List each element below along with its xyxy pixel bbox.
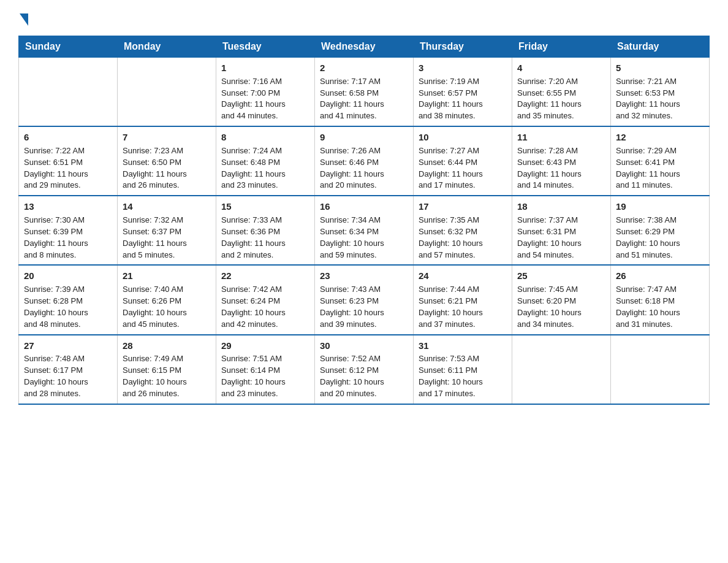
calendar-cell: 19Sunrise: 7:38 AMSunset: 6:29 PMDayligh… [611, 196, 710, 265]
calendar-week-row: 1Sunrise: 7:16 AMSunset: 7:00 PMDaylight… [19, 58, 710, 127]
calendar-table: SundayMondayTuesdayWednesdayThursdayFrid… [18, 36, 710, 405]
calendar-week-row: 27Sunrise: 7:48 AMSunset: 6:17 PMDayligh… [19, 335, 710, 404]
calendar-cell: 17Sunrise: 7:35 AMSunset: 6:32 PMDayligh… [414, 196, 512, 265]
calendar-cell: 5Sunrise: 7:21 AMSunset: 6:53 PMDaylight… [611, 58, 710, 127]
day-number: 21 [123, 269, 211, 283]
calendar-cell: 15Sunrise: 7:33 AMSunset: 6:36 PMDayligh… [216, 196, 315, 265]
day-info: Sunrise: 7:27 AMSunset: 6:44 PMDaylight:… [419, 145, 507, 191]
day-header-tuesday: Tuesday [216, 36, 315, 58]
day-number: 19 [616, 200, 704, 213]
day-number: 30 [320, 339, 408, 353]
page-header [18, 12, 710, 25]
day-number: 6 [24, 131, 112, 144]
day-number: 3 [419, 61, 507, 75]
day-info: Sunrise: 7:52 AMSunset: 6:12 PMDaylight:… [320, 353, 408, 399]
day-info: Sunrise: 7:42 AMSunset: 6:24 PMDaylight:… [221, 284, 309, 330]
day-number: 5 [616, 61, 704, 75]
day-number: 31 [419, 339, 507, 353]
day-number: 28 [123, 339, 211, 353]
logo [18, 12, 29, 25]
day-info: Sunrise: 7:37 AMSunset: 6:31 PMDaylight:… [517, 215, 605, 261]
day-number: 16 [320, 200, 408, 213]
day-info: Sunrise: 7:24 AMSunset: 6:48 PMDaylight:… [221, 145, 309, 191]
calendar-cell: 6Sunrise: 7:22 AMSunset: 6:51 PMDaylight… [19, 126, 118, 196]
day-number: 25 [517, 269, 605, 283]
day-number: 1 [221, 61, 309, 75]
day-number: 18 [517, 200, 605, 213]
day-info: Sunrise: 7:34 AMSunset: 6:34 PMDaylight:… [320, 215, 408, 261]
day-info: Sunrise: 7:35 AMSunset: 6:32 PMDaylight:… [419, 215, 507, 261]
calendar-cell: 9Sunrise: 7:26 AMSunset: 6:46 PMDaylight… [315, 126, 414, 196]
day-number: 9 [320, 131, 408, 144]
day-number: 17 [419, 200, 507, 213]
calendar-cell: 11Sunrise: 7:28 AMSunset: 6:43 PMDayligh… [512, 126, 611, 196]
calendar-header-row: SundayMondayTuesdayWednesdayThursdayFrid… [19, 36, 710, 58]
day-info: Sunrise: 7:17 AMSunset: 6:58 PMDaylight:… [320, 76, 408, 122]
day-header-sunday: Sunday [19, 36, 118, 58]
calendar-cell: 26Sunrise: 7:47 AMSunset: 6:18 PMDayligh… [611, 265, 710, 334]
calendar-cell: 23Sunrise: 7:43 AMSunset: 6:23 PMDayligh… [315, 265, 414, 334]
calendar-cell: 2Sunrise: 7:17 AMSunset: 6:58 PMDaylight… [315, 58, 414, 127]
logo-area [18, 12, 29, 25]
calendar-cell: 31Sunrise: 7:53 AMSunset: 6:11 PMDayligh… [414, 335, 512, 404]
day-info: Sunrise: 7:30 AMSunset: 6:39 PMDaylight:… [24, 215, 112, 261]
day-number: 15 [221, 200, 309, 213]
calendar-cell: 25Sunrise: 7:45 AMSunset: 6:20 PMDayligh… [512, 265, 611, 334]
calendar-cell: 7Sunrise: 7:23 AMSunset: 6:50 PMDaylight… [118, 126, 216, 196]
day-number: 27 [24, 339, 112, 353]
day-info: Sunrise: 7:16 AMSunset: 7:00 PMDaylight:… [221, 76, 309, 122]
day-info: Sunrise: 7:53 AMSunset: 6:11 PMDaylight:… [419, 353, 507, 399]
day-number: 4 [517, 61, 605, 75]
calendar-cell: 28Sunrise: 7:49 AMSunset: 6:15 PMDayligh… [118, 335, 216, 404]
day-info: Sunrise: 7:44 AMSunset: 6:21 PMDaylight:… [419, 284, 507, 330]
day-info: Sunrise: 7:38 AMSunset: 6:29 PMDaylight:… [616, 215, 704, 261]
calendar-cell [19, 58, 118, 127]
day-number: 13 [24, 200, 112, 213]
day-number: 14 [123, 200, 211, 213]
day-info: Sunrise: 7:45 AMSunset: 6:20 PMDaylight:… [517, 284, 605, 330]
day-info: Sunrise: 7:49 AMSunset: 6:15 PMDaylight:… [123, 353, 211, 399]
day-info: Sunrise: 7:32 AMSunset: 6:37 PMDaylight:… [123, 215, 211, 261]
calendar-cell: 16Sunrise: 7:34 AMSunset: 6:34 PMDayligh… [315, 196, 414, 265]
calendar-cell: 3Sunrise: 7:19 AMSunset: 6:57 PMDaylight… [414, 58, 512, 127]
day-number: 11 [517, 131, 605, 144]
day-number: 26 [616, 269, 704, 283]
calendar-cell [118, 58, 216, 127]
day-header-friday: Friday [512, 36, 611, 58]
day-info: Sunrise: 7:33 AMSunset: 6:36 PMDaylight:… [221, 215, 309, 261]
day-number: 2 [320, 61, 408, 75]
day-header-monday: Monday [118, 36, 216, 58]
day-number: 7 [123, 131, 211, 144]
day-info: Sunrise: 7:39 AMSunset: 6:28 PMDaylight:… [24, 284, 112, 330]
day-number: 10 [419, 131, 507, 144]
day-info: Sunrise: 7:21 AMSunset: 6:53 PMDaylight:… [616, 76, 704, 122]
calendar-week-row: 6Sunrise: 7:22 AMSunset: 6:51 PMDaylight… [19, 126, 710, 196]
day-info: Sunrise: 7:48 AMSunset: 6:17 PMDaylight:… [24, 353, 112, 399]
day-number: 12 [616, 131, 704, 144]
calendar-cell: 29Sunrise: 7:51 AMSunset: 6:14 PMDayligh… [216, 335, 315, 404]
day-info: Sunrise: 7:47 AMSunset: 6:18 PMDaylight:… [616, 284, 704, 330]
calendar-cell: 22Sunrise: 7:42 AMSunset: 6:24 PMDayligh… [216, 265, 315, 334]
calendar-cell: 10Sunrise: 7:27 AMSunset: 6:44 PMDayligh… [414, 126, 512, 196]
calendar-cell: 20Sunrise: 7:39 AMSunset: 6:28 PMDayligh… [19, 265, 118, 334]
day-info: Sunrise: 7:23 AMSunset: 6:50 PMDaylight:… [123, 145, 211, 191]
day-info: Sunrise: 7:19 AMSunset: 6:57 PMDaylight:… [419, 76, 507, 122]
calendar-cell: 1Sunrise: 7:16 AMSunset: 7:00 PMDaylight… [216, 58, 315, 127]
day-header-thursday: Thursday [414, 36, 512, 58]
day-info: Sunrise: 7:40 AMSunset: 6:26 PMDaylight:… [123, 284, 211, 330]
day-number: 22 [221, 269, 309, 283]
calendar-cell: 12Sunrise: 7:29 AMSunset: 6:41 PMDayligh… [611, 126, 710, 196]
calendar-week-row: 20Sunrise: 7:39 AMSunset: 6:28 PMDayligh… [19, 265, 710, 334]
day-number: 8 [221, 131, 309, 144]
calendar-cell: 18Sunrise: 7:37 AMSunset: 6:31 PMDayligh… [512, 196, 611, 265]
day-info: Sunrise: 7:20 AMSunset: 6:55 PMDaylight:… [517, 76, 605, 122]
day-info: Sunrise: 7:22 AMSunset: 6:51 PMDaylight:… [24, 145, 112, 191]
day-info: Sunrise: 7:51 AMSunset: 6:14 PMDaylight:… [221, 353, 309, 399]
calendar-cell [512, 335, 611, 404]
day-number: 24 [419, 269, 507, 283]
day-info: Sunrise: 7:26 AMSunset: 6:46 PMDaylight:… [320, 145, 408, 191]
day-header-saturday: Saturday [611, 36, 710, 58]
calendar-cell: 8Sunrise: 7:24 AMSunset: 6:48 PMDaylight… [216, 126, 315, 196]
calendar-week-row: 13Sunrise: 7:30 AMSunset: 6:39 PMDayligh… [19, 196, 710, 265]
day-info: Sunrise: 7:43 AMSunset: 6:23 PMDaylight:… [320, 284, 408, 330]
